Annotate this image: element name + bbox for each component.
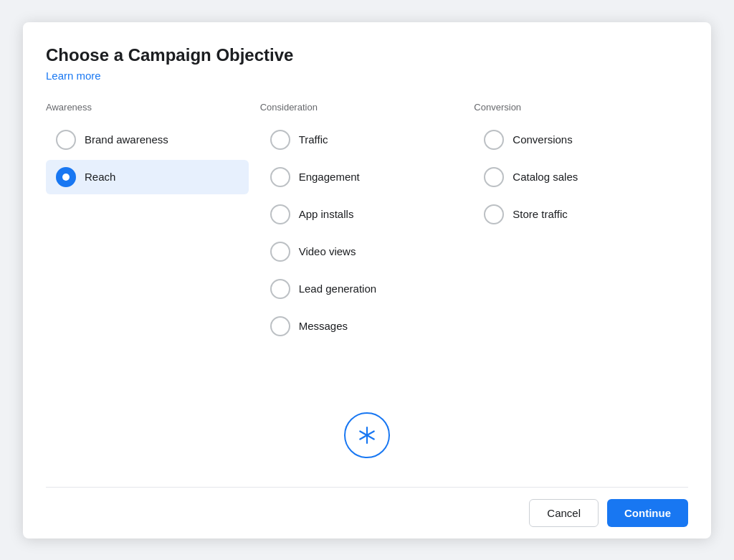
radio-reach bbox=[56, 167, 76, 187]
option-label-traffic: Traffic bbox=[299, 133, 328, 146]
option-video-views[interactable]: Video views bbox=[260, 234, 463, 269]
consideration-column: Consideration Traffic Engagement App ins… bbox=[260, 102, 475, 389]
options-columns: Awareness Brand awareness Reach Consider… bbox=[46, 102, 688, 389]
radio-lead-generation bbox=[270, 279, 290, 299]
radio-app-installs bbox=[270, 204, 290, 224]
option-engagement[interactable]: Engagement bbox=[260, 160, 463, 194]
radio-traffic bbox=[270, 130, 290, 150]
option-reach[interactable]: Reach bbox=[46, 160, 249, 194]
option-app-installs[interactable]: App installs bbox=[260, 197, 463, 232]
option-label-catalog-sales: Catalog sales bbox=[513, 171, 578, 183]
conversion-column: Conversion Conversions Catalog sales Sto… bbox=[474, 102, 688, 389]
continue-button[interactable]: Continue bbox=[607, 499, 688, 527]
option-messages[interactable]: Messages bbox=[260, 309, 463, 343]
radio-video-views bbox=[270, 242, 290, 262]
spinner-area bbox=[46, 389, 688, 487]
radio-messages bbox=[270, 316, 290, 336]
option-label-messages: Messages bbox=[299, 320, 348, 332]
radio-reach-inner bbox=[62, 174, 70, 181]
radio-conversions bbox=[484, 130, 504, 150]
option-label-video-views: Video views bbox=[299, 245, 356, 257]
radio-store-traffic bbox=[484, 204, 504, 224]
spinner-circle bbox=[344, 412, 390, 458]
option-conversions[interactable]: Conversions bbox=[474, 123, 677, 157]
option-store-traffic[interactable]: Store traffic bbox=[474, 197, 677, 232]
option-label-lead-generation: Lead generation bbox=[299, 283, 376, 295]
dialog-title: Choose a Campaign Objective bbox=[46, 45, 688, 65]
campaign-objective-dialog: Choose a Campaign Objective Learn more A… bbox=[23, 22, 711, 538]
option-label-reach: Reach bbox=[85, 171, 115, 183]
radio-brand-awareness bbox=[56, 130, 76, 150]
option-label-store-traffic: Store traffic bbox=[513, 208, 567, 220]
option-traffic[interactable]: Traffic bbox=[260, 123, 463, 157]
dialog-footer: Cancel Continue bbox=[46, 487, 688, 538]
consideration-header: Consideration bbox=[260, 102, 463, 113]
conversion-header: Conversion bbox=[474, 102, 677, 113]
option-lead-generation[interactable]: Lead generation bbox=[260, 272, 463, 306]
cancel-button[interactable]: Cancel bbox=[529, 499, 599, 527]
option-label-app-installs: App installs bbox=[299, 208, 354, 220]
option-catalog-sales[interactable]: Catalog sales bbox=[474, 160, 677, 194]
radio-engagement bbox=[270, 167, 290, 187]
learn-more-link[interactable]: Learn more bbox=[46, 70, 688, 82]
option-brand-awareness[interactable]: Brand awareness bbox=[46, 123, 249, 157]
option-label-brand-awareness: Brand awareness bbox=[85, 133, 168, 146]
awareness-header: Awareness bbox=[46, 102, 249, 113]
option-label-conversions: Conversions bbox=[513, 133, 572, 146]
option-label-engagement: Engagement bbox=[299, 171, 360, 183]
radio-catalog-sales bbox=[484, 167, 504, 187]
asterisk-icon bbox=[356, 424, 378, 446]
awareness-column: Awareness Brand awareness Reach bbox=[46, 102, 260, 389]
